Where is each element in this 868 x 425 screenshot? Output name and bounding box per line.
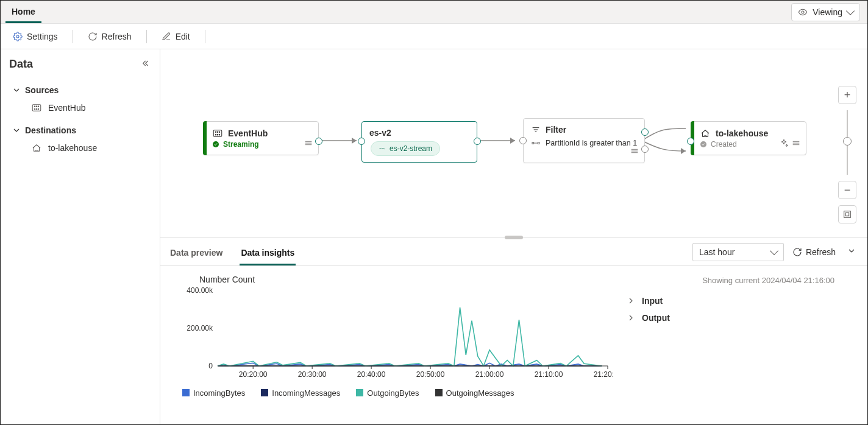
main: EventHub Streaming es-v2 (160, 49, 867, 424)
bottom-panel: Data preview Data insights Last hour Ref… (160, 238, 867, 424)
collapse-sidebar-icon[interactable] (140, 58, 150, 70)
time-range-select[interactable]: Last hour (692, 243, 784, 261)
time-range-label: Last hour (699, 247, 735, 257)
svg-text:20:50:00: 20:50:00 (416, 370, 445, 379)
tree-item-label: EventHub (48, 103, 85, 113)
eventhub-icon (31, 102, 42, 113)
edit-button[interactable]: Edit (157, 27, 195, 46)
svg-rect-33 (844, 211, 851, 218)
node-menu-icon[interactable] (791, 138, 801, 150)
tab-data-preview[interactable]: Data preview (169, 241, 224, 265)
stream-chip-label: es-v2-stream (390, 144, 432, 153)
node-output-port[interactable] (474, 138, 481, 145)
eye-icon (798, 7, 808, 17)
svg-rect-23 (532, 142, 534, 144)
svg-point-15 (219, 135, 220, 136)
zoom-slider[interactable] (847, 110, 848, 175)
legend-item[interactable]: IncomingBytes (182, 388, 245, 398)
tree-item-lakehouse[interactable]: to-lakehouse (9, 139, 155, 157)
lakehouse-icon (31, 142, 42, 153)
svg-point-10 (215, 132, 216, 133)
legend-item[interactable]: OutgoingBytes (356, 388, 419, 398)
sidebar-title: Data (9, 58, 33, 71)
fit-to-screen-button[interactable] (838, 205, 856, 223)
settings-button[interactable]: Settings (8, 27, 63, 46)
legend-swatch (261, 389, 268, 396)
svg-point-0 (802, 11, 804, 13)
tab-home[interactable]: Home (5, 1, 41, 23)
svg-text:20:20:00: 20:20:00 (239, 370, 268, 379)
refresh-icon (88, 32, 98, 41)
node-output-port[interactable] (315, 138, 322, 145)
tree-group-destinations[interactable]: Destinations (9, 122, 155, 139)
svg-point-1 (16, 35, 19, 38)
zoom-thumb[interactable] (843, 137, 852, 146)
insights-timestamp: Showing current 2024/04/04 21:16:00 (626, 276, 859, 285)
eventhub-icon (212, 128, 223, 139)
node-filter[interactable]: Filter PartitionId is greater than 1 (523, 118, 645, 163)
node-input-port[interactable] (687, 138, 694, 145)
node-input-port[interactable] (358, 138, 365, 145)
node-title: EventHub (228, 128, 268, 138)
chevron-down-icon (846, 6, 855, 15)
svg-point-14 (217, 135, 218, 136)
zoom-out-button[interactable]: − (838, 181, 856, 199)
check-circle-icon (212, 141, 219, 148)
arrowhead-icon (352, 138, 357, 144)
refresh-label: Refresh (102, 32, 132, 41)
mode-viewing-label: Viewing (813, 7, 842, 17)
svg-text:20:40:00: 20:40:00 (357, 370, 386, 379)
panel-refresh-label: Refresh (806, 247, 836, 257)
panel-refresh-button[interactable]: Refresh (792, 247, 836, 257)
tab-data-insights[interactable]: Data insights (240, 241, 296, 265)
toolbar-divider (146, 30, 147, 43)
chart-legend: IncomingBytesIncomingMessagesOutgoingByt… (182, 388, 614, 398)
legend-item[interactable]: OutgoingMessages (435, 388, 514, 398)
node-input-port[interactable] (519, 137, 527, 144)
chevron-down-icon (12, 85, 21, 95)
accordion-label: Output (642, 313, 670, 323)
node-output-port[interactable] (641, 128, 649, 136)
gear-icon (13, 32, 23, 41)
chart-area: Number Count 0200.00k400.00k20:20:0020:3… (175, 272, 614, 421)
stream-chip[interactable]: es-v2-stream (371, 141, 440, 156)
panel-expand-button[interactable] (844, 244, 859, 260)
tree-group-sources[interactable]: Sources (9, 82, 155, 99)
svg-point-13 (215, 135, 216, 136)
node-es-v2[interactable]: es-v2 es-v2-stream (361, 121, 477, 163)
settings-label: Settings (27, 32, 58, 41)
canvas[interactable]: EventHub Streaming es-v2 (160, 49, 867, 238)
svg-text:21:10:00: 21:10:00 (535, 370, 563, 379)
chevron-down-icon (12, 125, 21, 135)
node-title: es-v2 (369, 128, 391, 138)
tree-group-label: Destinations (25, 125, 76, 135)
node-eventhub[interactable]: EventHub Streaming (203, 121, 319, 155)
chart: 0200.00k400.00k20:20:0020:30:0020:40:002… (175, 286, 614, 383)
svg-text:400.00k: 400.00k (187, 286, 213, 295)
check-circle-icon (700, 141, 707, 148)
panel-resize-handle[interactable] (505, 236, 523, 239)
top-tab-bar: Home Viewing (1, 1, 867, 24)
filter-icon (531, 125, 541, 135)
stream-icon (379, 145, 386, 152)
accordion-output[interactable]: Output (626, 309, 859, 326)
refresh-icon (792, 247, 802, 257)
legend-item[interactable]: IncomingMessages (261, 388, 340, 398)
node-menu-icon[interactable] (630, 146, 639, 158)
node-status-bar (203, 121, 207, 155)
accordion-input[interactable]: Input (626, 292, 859, 309)
zoom-in-button[interactable]: + (838, 86, 856, 104)
svg-point-7 (36, 109, 37, 110)
refresh-button[interactable]: Refresh (83, 27, 137, 46)
mode-viewing-button[interactable]: Viewing (791, 3, 860, 21)
arrowhead-icon (510, 138, 515, 144)
sparkle-icon[interactable] (779, 138, 789, 150)
svg-point-3 (34, 106, 35, 107)
node-menu-icon[interactable] (304, 138, 313, 150)
node-lakehouse[interactable]: to-lakehouse Created (691, 121, 806, 155)
tree-item-eventhub[interactable]: EventHub (9, 99, 155, 117)
svg-text:200.00k: 200.00k (187, 324, 213, 332)
node-title: Filter (546, 125, 566, 135)
condition-icon (531, 138, 541, 148)
node-output-port[interactable] (641, 146, 649, 153)
